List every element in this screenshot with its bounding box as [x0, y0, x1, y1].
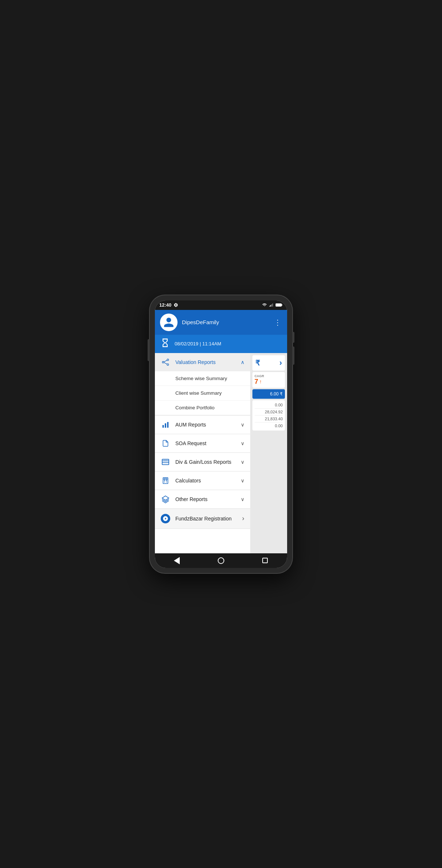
- calculators-section: Calculators ∨: [155, 471, 250, 490]
- header-datetime: 08/02/2019 | 11:14AM: [175, 341, 221, 346]
- other-reports-menu-item[interactable]: Other Reports ∨: [155, 490, 250, 508]
- aum-reports-section: AUM Reports ∨: [155, 416, 250, 434]
- right-background-content: ₹ › CAGR 7 ↑ 6.0: [250, 353, 287, 553]
- back-button[interactable]: [173, 557, 180, 564]
- battery-icon: [275, 303, 283, 307]
- svg-rect-8: [163, 425, 164, 427]
- cagr-label: CAGR: [255, 374, 283, 378]
- calculator-icon: [161, 477, 170, 485]
- fundzbazar-section: FundzBazar Registration ›: [155, 509, 250, 529]
- valuation-reports-label: Valuation Reports: [175, 359, 236, 365]
- main-content: Valuation Reports ∧ Scheme wise Summary …: [155, 353, 287, 553]
- aum-reports-menu-item[interactable]: AUM Reports ∨: [155, 416, 250, 434]
- gear-icon: [174, 303, 178, 307]
- svg-rect-14: [164, 459, 168, 461]
- svg-point-5: [167, 364, 169, 365]
- calc-chevron: ∨: [241, 478, 244, 484]
- network-icon: [161, 358, 170, 366]
- valuation-reports-menu-item[interactable]: Valuation Reports ∧: [155, 353, 250, 371]
- amount-5: 0.00: [255, 422, 283, 429]
- client-wise-summary-item[interactable]: Client wise Summary: [155, 386, 250, 401]
- svg-rect-2: [276, 304, 281, 306]
- status-bar: 12:40: [155, 300, 287, 310]
- other-reports-label: Other Reports: [175, 496, 236, 502]
- bar-chart-icon: [161, 421, 170, 429]
- other-reports-section: Other Reports ∨: [155, 490, 250, 509]
- hourglass-icon: [160, 338, 170, 350]
- svg-point-4: [167, 359, 169, 361]
- div-gain-loss-section: Div & Gain/Loss Reports ∨: [155, 453, 250, 471]
- amount-4: 21,833.40: [255, 416, 283, 422]
- recent-apps-button[interactable]: [262, 557, 269, 564]
- div-gain-loss-label: Div & Gain/Loss Reports: [175, 459, 236, 465]
- fundzbazar-icon: [161, 514, 170, 523]
- svg-rect-1: [282, 304, 282, 306]
- status-time: 12:40: [159, 302, 178, 308]
- right-chevron: ›: [279, 358, 282, 368]
- combine-portfolio-item[interactable]: Combine Portfolio: [155, 401, 250, 415]
- cagr-arrow: ↑: [259, 379, 262, 384]
- soa-chevron: ∨: [241, 440, 244, 446]
- fundzbazar-chevron: ›: [242, 515, 244, 522]
- amount-2: 0.00: [255, 402, 283, 409]
- aum-reports-label: AUM Reports: [175, 422, 236, 428]
- document-icon: [161, 439, 170, 447]
- app-header: DipesDeFamily ⋮ 08/02/2019 | 11:14AM: [155, 310, 287, 353]
- layers-icon: [161, 495, 170, 503]
- cagr-value: 7 ↑: [255, 378, 283, 386]
- signal-icon: [269, 303, 274, 307]
- bottom-navigation: [155, 553, 287, 568]
- svg-rect-9: [165, 423, 166, 428]
- soa-request-section: SOA Request ∨: [155, 434, 250, 453]
- valuation-reports-section: Valuation Reports ∧ Scheme wise Summary …: [155, 353, 250, 416]
- status-icons: [262, 303, 283, 307]
- calculators-label: Calculators: [175, 478, 236, 484]
- svg-line-7: [164, 362, 167, 364]
- svg-rect-16: [164, 478, 167, 480]
- home-button[interactable]: [217, 557, 225, 564]
- wifi-icon: [262, 303, 267, 307]
- valuation-chevron-up: ∧: [241, 359, 244, 365]
- svg-marker-23: [162, 496, 169, 500]
- svg-line-6: [164, 360, 167, 361]
- navigation-drawer: Valuation Reports ∧ Scheme wise Summary …: [155, 353, 250, 553]
- tray-icon: [161, 458, 170, 466]
- svg-rect-10: [167, 422, 169, 428]
- header-top: DipesDeFamily ⋮: [155, 310, 287, 335]
- rupee-icon: ₹: [255, 359, 260, 367]
- fundzbazar-menu-item[interactable]: FundzBazar Registration ›: [155, 509, 250, 528]
- fundzbazar-label: FundzBazar Registration: [175, 516, 237, 522]
- aum-chevron: ∨: [241, 422, 244, 428]
- svg-point-3: [162, 361, 164, 363]
- soa-request-label: SOA Request: [175, 440, 236, 446]
- user-name: DipesDeFamily: [182, 319, 270, 325]
- header-date-row: 08/02/2019 | 11:14AM: [155, 335, 287, 353]
- calculators-menu-item[interactable]: Calculators ∨: [155, 471, 250, 490]
- div-chevron: ∨: [241, 459, 244, 465]
- amount-1: 6.00 ₹: [255, 391, 283, 397]
- avatar: [160, 314, 178, 331]
- amount-3: 28,024.92: [255, 409, 283, 416]
- scheme-wise-summary-item[interactable]: Scheme wise Summary: [155, 371, 250, 386]
- more-menu-button[interactable]: ⋮: [274, 319, 282, 326]
- div-gain-loss-menu-item[interactable]: Div & Gain/Loss Reports ∨: [155, 453, 250, 471]
- other-chevron: ∨: [241, 496, 244, 502]
- soa-request-menu-item[interactable]: SOA Request ∨: [155, 434, 250, 452]
